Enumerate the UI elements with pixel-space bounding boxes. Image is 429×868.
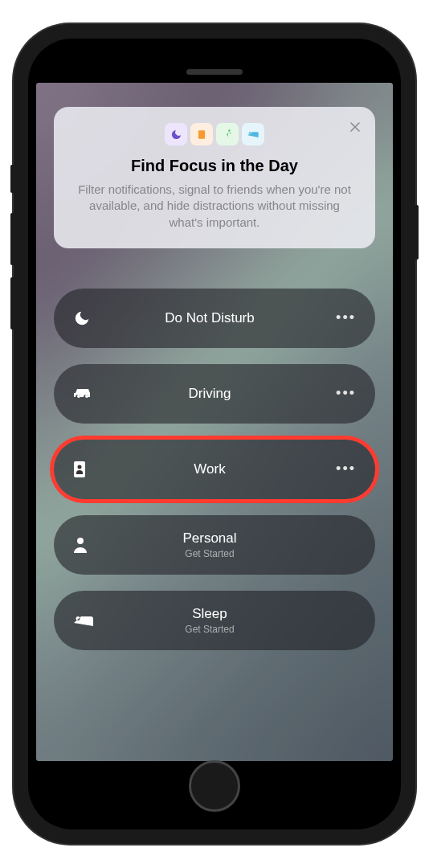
- mute-switch: [10, 165, 14, 193]
- more-options-button[interactable]: •••: [333, 309, 356, 326]
- focus-mode-label: Personal: [182, 530, 236, 547]
- more-options-button[interactable]: •••: [333, 461, 356, 477]
- svg-point-3: [78, 465, 82, 469]
- home-button[interactable]: [189, 760, 240, 812]
- phone-device-frame: Find Focus in the Day Filter notificatio…: [14, 24, 415, 844]
- focus-mode-text: Sleep Get Started: [86, 606, 333, 635]
- focus-mode-text: Personal Get Started: [86, 530, 333, 559]
- svg-point-4: [77, 538, 84, 544]
- focus-mode-sleep[interactable]: Sleep Get Started: [54, 591, 375, 650]
- info-card-description: Filter notifications, signal to friends …: [76, 182, 353, 231]
- phone-bezel: Find Focus in the Day Filter notificatio…: [28, 39, 401, 829]
- focus-control-center: Find Focus in the Day Filter notificatio…: [36, 83, 393, 650]
- moon-icon: [165, 123, 187, 145]
- svg-rect-0: [198, 130, 205, 139]
- focus-mode-personal[interactable]: Personal Get Started: [54, 515, 375, 575]
- focus-mode-subtitle: Get Started: [185, 624, 234, 635]
- book-icon: [190, 123, 213, 145]
- info-card-title: Find Focus in the Day: [76, 157, 353, 175]
- speaker-grille: [186, 69, 243, 75]
- runner-icon: [216, 123, 239, 145]
- focus-mode-text: Work: [86, 461, 333, 477]
- focus-mode-subtitle: Get Started: [185, 548, 234, 559]
- close-button[interactable]: [346, 118, 364, 136]
- svg-point-1: [228, 129, 231, 132]
- more-options-button[interactable]: •••: [333, 385, 356, 402]
- focus-mode-label: Work: [194, 461, 225, 477]
- focus-mode-label: Do Not Disturb: [165, 310, 254, 326]
- focus-mode-text: Do Not Disturb: [86, 310, 333, 326]
- screen: Find Focus in the Day Filter notificatio…: [36, 83, 393, 761]
- focus-mode-do-not-disturb[interactable]: Do Not Disturb •••: [54, 289, 375, 348]
- focus-mode-label: Driving: [189, 386, 231, 402]
- focus-mode-work[interactable]: Work •••: [54, 440, 375, 499]
- power-button: [415, 205, 419, 260]
- focus-mode-label: Sleep: [192, 606, 227, 622]
- bed-icon: [242, 123, 264, 145]
- svg-rect-2: [74, 461, 85, 477]
- close-icon: [350, 122, 360, 132]
- info-card-icons: [76, 123, 353, 145]
- focus-info-card: Find Focus in the Day Filter notificatio…: [54, 107, 375, 248]
- focus-mode-driving[interactable]: Driving •••: [54, 364, 375, 424]
- volume-up-button: [10, 213, 14, 265]
- focus-mode-text: Driving: [86, 386, 333, 402]
- volume-down-button: [10, 277, 14, 330]
